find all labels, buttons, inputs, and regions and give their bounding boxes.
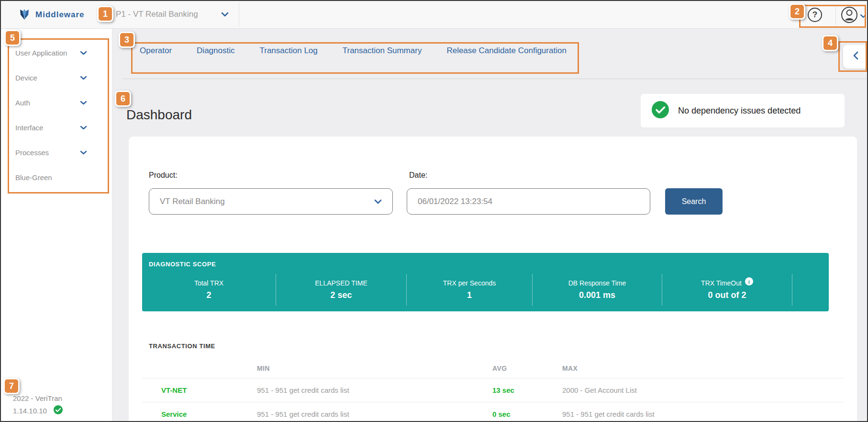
stat-trx-timeout: TRX TimeOut i 0 out of 2 — [662, 274, 792, 306]
tab-transaction-log[interactable]: Transaction Log — [259, 46, 317, 56]
table-header-min: MIN — [257, 365, 492, 372]
stat-value: 2 sec — [330, 290, 352, 300]
table-header-row: MIN AVG MAX — [142, 358, 844, 378]
stat-value: 1 — [467, 290, 472, 300]
page-title: Dashboard — [126, 107, 192, 123]
diagnostic-scope-title: DIAGNOSTIC SCOPE — [149, 261, 216, 268]
tabs-divider — [123, 79, 867, 79]
stat-db-response-time: DB Response Time 0.001 ms — [533, 274, 662, 306]
stat-spacer — [792, 274, 829, 306]
avatar-icon — [841, 6, 858, 25]
stat-label: TRX TimeOut i — [701, 279, 753, 287]
product-environment-selector[interactable]: P1 - VT Retail Banking — [116, 10, 229, 19]
product-select[interactable]: VT Retail Banking — [149, 188, 393, 215]
stat-value: 0 out of 2 — [708, 290, 746, 300]
chevron-down-icon — [80, 76, 87, 80]
row-max: 2000 - Get Account List — [562, 386, 844, 394]
table-row: VT-NET 951 - 951 get credit cards list 1… — [142, 378, 844, 402]
stat-value: 2 — [206, 290, 211, 300]
date-input-value: 06/01/2022 13:23:54 — [418, 197, 492, 206]
chevron-down-icon — [80, 150, 87, 155]
product-environment-label: P1 - VT Retail Banking — [116, 10, 198, 19]
sidebar-item-device[interactable]: Device — [1, 65, 112, 90]
tab-operator[interactable]: Operator — [140, 46, 172, 56]
sidebar-item-label: Blue-Green — [15, 173, 52, 182]
collapse-panel-button[interactable] — [843, 45, 868, 68]
dashboard-card: Product: VT Retail Banking Date: 06/01/2… — [129, 137, 857, 422]
diagnostic-scope-stats: Total TRX 2 ELLAPSED TIME 2 sec TRX per … — [142, 274, 829, 306]
stat-label: DB Response Time — [568, 279, 626, 287]
date-input[interactable]: 06/01/2022 13:23:54 — [407, 188, 650, 215]
sidebar-footer: 2022 - VeriTran 1.14.10.10 — [13, 394, 63, 416]
stat-label: ELLAPSED TIME — [315, 279, 367, 287]
sidebar-menu: User Application Device Auth Interface P… — [1, 29, 112, 190]
callout-badge-1: 1 — [97, 6, 113, 22]
dependency-status-text: No dependency issues detected — [678, 106, 801, 116]
sidebar-item-auth[interactable]: Auth — [1, 90, 112, 115]
sidebar-item-label: Device — [15, 74, 37, 82]
chevron-down-icon — [860, 14, 867, 18]
question-icon: ? — [812, 10, 817, 20]
section-tabs: Operator Diagnostic Transaction Log Tran… — [140, 46, 567, 56]
sidebar-item-label: User Application — [15, 49, 67, 57]
tab-transaction-summary[interactable]: Transaction Summary — [343, 46, 422, 56]
row-min: 951 - 951 get credit cards list — [257, 410, 492, 418]
table-row: Service 951 - 951 get credit cards list … — [142, 402, 844, 422]
sidebar-item-processes[interactable]: Processes — [1, 140, 112, 165]
stat-total-trx: Total TRX 2 — [142, 274, 276, 306]
check-circle-icon — [651, 101, 669, 121]
copyright-text: 2022 - VeriTran — [13, 394, 63, 402]
tab-release-candidate-configuration[interactable]: Release Candidate Configuration — [446, 46, 566, 56]
callout-badge-7: 7 — [3, 378, 20, 394]
callout-badge-4: 4 — [822, 35, 838, 51]
callout-badge-3: 3 — [119, 32, 135, 48]
user-menu[interactable] — [841, 6, 867, 25]
transaction-time-title: TRANSACTION TIME — [149, 342, 844, 350]
stat-label: Total TRX — [194, 279, 223, 287]
chevron-down-icon — [80, 125, 87, 130]
table-header-max: MAX — [562, 365, 844, 372]
sidebar: User Application Device Auth Interface P… — [1, 29, 112, 422]
row-avg: 0 sec — [492, 410, 562, 418]
callout-badge-2: 2 — [789, 3, 805, 20]
brand-name: Middleware — [35, 10, 85, 20]
help-button[interactable]: ? — [808, 8, 822, 22]
chevron-down-icon — [80, 101, 87, 105]
diagnostic-scope-panel: DIAGNOSTIC SCOPE Total TRX 2 ELLAPSED TI… — [142, 253, 829, 311]
row-avg: 13 sec — [492, 386, 562, 394]
date-label: Date: — [409, 171, 427, 180]
sidebar-item-label: Interface — [15, 124, 43, 132]
stat-label-text: TRX TimeOut — [701, 279, 742, 287]
chevron-down-icon — [80, 51, 87, 55]
info-icon[interactable]: i — [745, 277, 753, 285]
product-select-value: VT Retail Banking — [160, 197, 225, 206]
topbar-divider — [239, 3, 239, 27]
chevron-down-icon — [221, 12, 229, 17]
dependency-status-card: No dependency issues detected — [641, 94, 845, 127]
transaction-time-table: MIN AVG MAX VT-NET 951 - 951 get credit … — [142, 358, 844, 422]
sidebar-item-interface[interactable]: Interface — [1, 115, 112, 140]
topbar-divider — [835, 5, 836, 25]
search-button[interactable]: Search — [665, 188, 723, 215]
row-min: 951 - 951 get credit cards list — [257, 386, 492, 394]
callout-badge-6: 6 — [115, 91, 131, 107]
brand-logo: Middleware — [18, 8, 85, 22]
table-header-avg: AVG — [492, 365, 562, 372]
chevron-down-icon — [374, 199, 382, 204]
row-name: VT-NET — [161, 386, 257, 394]
transaction-time-section: TRANSACTION TIME MIN AVG MAX VT-NET 951 … — [142, 342, 844, 422]
stat-trx-per-seconds: TRX per Seconds 1 — [407, 274, 533, 306]
product-label: Product: — [149, 171, 178, 180]
stat-value: 0.001 ms — [579, 290, 615, 300]
app-window: Middleware P1 - VT Retail Banking ? — [0, 0, 868, 422]
row-name: Service — [161, 410, 257, 418]
callout-badge-5: 5 — [4, 30, 21, 46]
chevron-left-icon — [853, 51, 858, 62]
version-ok-icon — [54, 405, 63, 416]
sidebar-item-label: Processes — [15, 148, 49, 157]
sidebar-item-blue-green[interactable]: Blue-Green — [1, 165, 112, 190]
row-max: 951 - 951 get credit cards list — [562, 410, 844, 418]
stat-ellapsed-time: ELLAPSED TIME 2 sec — [276, 274, 407, 306]
tab-diagnostic[interactable]: Diagnostic — [197, 46, 234, 56]
version-text: 1.14.10.10 — [13, 407, 47, 415]
